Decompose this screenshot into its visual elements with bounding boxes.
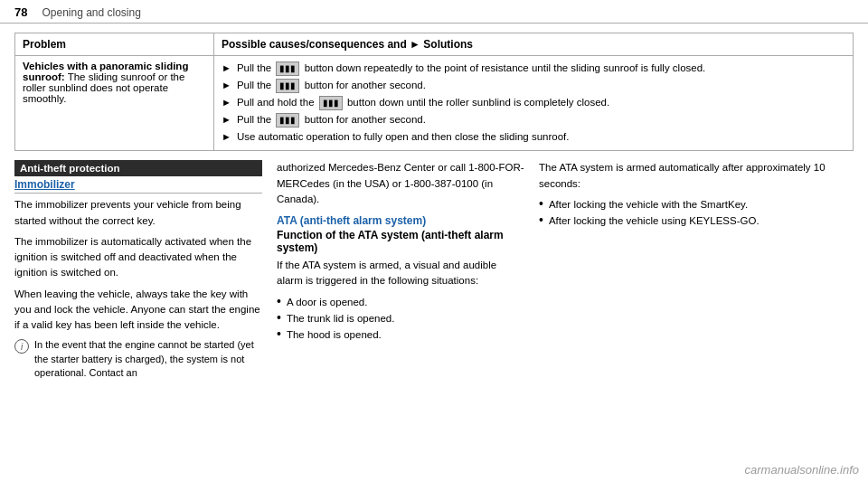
solution-item-1: ► Pull the ▮▮▮ button down repeatedly to…	[222, 61, 845, 76]
table-col1-header: Problem	[15, 33, 214, 56]
contact-text: authorized Mercedes-Benz Center or call …	[277, 160, 524, 207]
anti-theft-header: Anti-theft protection	[14, 160, 262, 176]
right-bullet-dot-1: •	[539, 197, 543, 211]
solution-item-2: ► Pull the ▮▮▮ button for another second…	[222, 78, 845, 93]
mid-bullet-3: • The hood is opened.	[277, 327, 524, 342]
mid-bullet-2: • The trunk lid is opened.	[277, 311, 524, 326]
button-icon-4: ▮▮▮	[276, 113, 299, 128]
function-text: If the ATA system is armed, a visual and…	[277, 258, 524, 289]
page-title: Opening and closing	[42, 6, 140, 19]
page-number: 78	[14, 5, 27, 19]
bullet-dot-2: •	[277, 311, 281, 325]
info-text: In the event that the engine cannot be s…	[34, 338, 262, 380]
function-header: Function of the ATA system (anti-theft a…	[277, 229, 524, 254]
middle-column: authorized Mercedes-Benz Center or call …	[277, 160, 539, 383]
right-bullet-2: • After locking the vehicle using KEYLES…	[539, 213, 854, 228]
right-bullet-1: • After locking the vehicle with the Sma…	[539, 197, 854, 212]
solutions-list: ► Pull the ▮▮▮ button down repeatedly to…	[222, 61, 845, 144]
solutions-cell: ► Pull the ▮▮▮ button down repeatedly to…	[214, 56, 854, 151]
arrow-4: ►	[222, 113, 231, 127]
button-icon-2: ▮▮▮	[276, 79, 299, 93]
problem-solutions-table: Problem Possible causes/consequences and…	[14, 33, 854, 151]
bullet-dot-1: •	[277, 295, 281, 308]
main-content: Anti-theft protection Immobilizer The im…	[0, 160, 868, 383]
arrow-1: ►	[222, 61, 231, 75]
arrow-3: ►	[222, 96, 231, 109]
button-icon-1: ▮▮▮	[276, 61, 299, 76]
mid-bullet-1: • A door is opened.	[277, 295, 524, 309]
bullet-dot-3: •	[277, 327, 281, 341]
watermark: carmanualsonline.info	[745, 463, 859, 477]
right-bullet-list: • After locking the vehicle with the Sma…	[539, 197, 854, 228]
button-icon-3: ▮▮▮	[319, 96, 343, 110]
arrow-5: ►	[222, 130, 231, 144]
solutions-arrow: ►	[410, 38, 423, 51]
solution-item-3: ► Pull and hold the ▮▮▮ button down unti…	[222, 95, 845, 110]
arrow-2: ►	[222, 79, 231, 92]
right-column: The ATA system is armed automatically af…	[539, 160, 854, 383]
left-column: Anti-theft protection Immobilizer The im…	[14, 160, 277, 383]
solution-item-4: ► Pull the ▮▮▮ button for another second…	[222, 112, 845, 128]
info-box: i In the event that the engine cannot be…	[14, 338, 262, 380]
problem-cell: Vehicles with a panoramic sliding sunroo…	[15, 56, 214, 151]
immobilizer-subheader: Immobilizer	[14, 178, 262, 194]
mid-bullet-list: • A door is opened. • The trunk lid is o…	[277, 295, 524, 342]
info-icon: i	[14, 339, 29, 354]
ata-armed-text: The ATA system is armed automatically af…	[539, 160, 854, 192]
right-bullet-dot-2: •	[539, 213, 543, 227]
immobilizer-para-3: When leaving the vehicle, always take th…	[14, 287, 262, 334]
immobilizer-para-2: The immobilizer is automatically activat…	[14, 234, 262, 281]
immobilizer-para-1: The immobilizer prevents your vehicle fr…	[14, 197, 262, 229]
table-col2-header: Possible causes/consequences and ► Solut…	[214, 33, 854, 56]
ata-header: ATA (anti-theft alarm system)	[277, 214, 524, 227]
solution-item-5: ► Use automatic operation to fully open …	[222, 129, 845, 144]
page-header: 78 Opening and closing	[0, 0, 868, 24]
